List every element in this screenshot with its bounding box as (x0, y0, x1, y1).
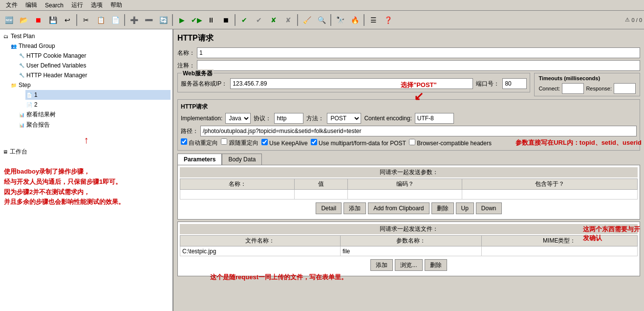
toolbar-add[interactable]: ➕ (127, 13, 141, 27)
params-buttons: Detail 添加 Add from Clipboard 删除 Up Down (180, 200, 638, 217)
toolbar-help[interactable]: ❓ (381, 13, 395, 27)
toolbar-status: ⚠ 0 / 0 (625, 17, 642, 23)
files-section: 同请求一起发送文件： 文件名称： 参数名称： MIME类型： C:\testpi… (177, 222, 640, 276)
variables-icon: 🔧 (18, 62, 25, 69)
testplan-label: Test Plan (11, 33, 35, 40)
tree-item-testplan[interactable]: 🗂 Test Plan (2, 31, 171, 41)
impl-row: Implementation: Java 协议： 方法： POST Conten… (181, 113, 637, 124)
name-input[interactable] (197, 47, 640, 58)
cookie-icon: 🔧 (18, 52, 25, 60)
checkbox-auto-redirect[interactable]: 自动重定向 (181, 138, 218, 147)
add-from-clipboard-button[interactable]: Add from Clipboard (368, 202, 429, 214)
detail-button[interactable]: Detail (316, 202, 342, 214)
server-input[interactable] (230, 78, 473, 89)
item1-icon: 📄 (25, 91, 33, 99)
checkbox-multipart[interactable]: Use multipart/form-data for POST (311, 139, 406, 147)
toolbar-separator-7 (364, 14, 365, 26)
toolbar-new[interactable]: 🆕 (2, 13, 16, 27)
comment-input[interactable] (197, 60, 640, 71)
connect-input[interactable] (562, 83, 584, 94)
name-row: 名称： (177, 47, 640, 58)
checkbox-keepalive[interactable]: Use KeepAlive (261, 139, 308, 147)
left-panel: 🗂 Test Plan 👥 Thread Group 🔧 HTTP Cookie… (0, 29, 173, 311)
toolbar-broom2[interactable]: 🔍 (315, 13, 328, 27)
toolbar-separator-5 (297, 14, 298, 26)
menu-edit[interactable]: 编辑 (21, 0, 41, 10)
file-paramname: file (340, 246, 481, 256)
file-col-mime: MIME类型： (481, 236, 637, 246)
checkbox-browser-compat[interactable]: Browser-compatible headers (409, 139, 492, 147)
toolbar-play[interactable]: ▶ (175, 13, 189, 27)
port-input[interactable] (502, 78, 527, 89)
tree-item-aggregate[interactable]: 📊 聚合报告 (18, 120, 171, 130)
toolbar-cut[interactable]: ✂ (79, 13, 93, 27)
header-icon: 🔧 (18, 71, 25, 79)
delete-button[interactable]: 删除 (431, 202, 454, 214)
toolbar-pause[interactable]: ⏸ (204, 13, 218, 27)
toolbar-check-gray[interactable]: ✔ (252, 13, 266, 27)
files-browse-button[interactable]: 浏览... (395, 259, 422, 271)
toolbar-separator-4 (235, 14, 236, 26)
tree-item-2[interactable]: 📄 2 (25, 100, 171, 110)
tree-item-1[interactable]: 📄 1 (25, 90, 171, 100)
files-delete-button[interactable]: 删除 (425, 259, 447, 271)
params-header: 同请求一起发送参数： (180, 167, 638, 178)
toolbar-play-check[interactable]: ✔▶ (190, 13, 203, 27)
add-button[interactable]: 添加 (343, 202, 366, 214)
name-label: 名称： (177, 49, 195, 57)
toolbar-x-gray[interactable]: ✘ (281, 13, 295, 27)
protocol-input[interactable] (274, 113, 303, 124)
tab-bodydata[interactable]: Body Data (222, 154, 262, 165)
threadgroup-icon: 👥 (10, 42, 18, 50)
tree-item-header[interactable]: 🔧 HTTP Header Manager (18, 70, 171, 80)
item1-label: 1 (34, 91, 38, 98)
toolbar-stop[interactable]: ⏹ (31, 13, 45, 27)
toolbar-list[interactable]: ☰ (366, 13, 380, 27)
menubar: 文件 编辑 Search 运行 选项 帮助 (0, 0, 644, 11)
method-label: 方法： (306, 114, 324, 123)
toolbar-separator-1 (76, 14, 77, 26)
toolbar-x-green[interactable]: ✘ (267, 13, 280, 27)
tree-item-threadgroup[interactable]: 👥 Thread Group (10, 41, 171, 51)
comment-label: 注释： (177, 62, 195, 70)
encoding-input[interactable] (415, 113, 454, 124)
method-select[interactable]: POST (327, 113, 361, 124)
encoding-label: Content encoding: (364, 115, 411, 122)
toolbar-binoculars[interactable]: 🔭 (333, 13, 347, 27)
toolbar-refresh[interactable]: 🔄 (156, 13, 170, 27)
tree-item-variables[interactable]: 🔧 User Defined Variables (18, 61, 171, 70)
tree-item-cookie[interactable]: 🔧 HTTP Cookie Manager (18, 51, 171, 61)
toolbar: 🆕 📂 ⏹ 💾 ↩ ✂ 📋 📄 ➕ ➖ 🔄 ▶ ✔▶ ⏸ ⏹ ✔ ✔ ✘ ✘ 🧹… (0, 11, 644, 29)
tree-item-step[interactable]: 📁 Step (10, 80, 171, 90)
header-label: HTTP Header Manager (26, 72, 87, 79)
toolbar-revert[interactable]: ↩ (61, 13, 74, 27)
menu-file[interactable]: 文件 (2, 0, 21, 10)
toolbar-flame[interactable]: 🔥 (348, 13, 362, 27)
menu-run[interactable]: 运行 (67, 0, 87, 10)
toolbar-open[interactable]: 📂 (17, 13, 30, 27)
tab-parameters[interactable]: Parameters (177, 154, 222, 165)
response-input[interactable] (614, 83, 636, 94)
comment-row: 注释： (177, 60, 640, 71)
menu-options[interactable]: 选项 (87, 0, 107, 10)
toolbar-stop2[interactable]: ⏹ (219, 13, 233, 27)
files-add-button[interactable]: 添加 (370, 259, 393, 271)
toolbar-paste[interactable]: 📄 (108, 13, 122, 27)
menu-help[interactable]: 帮助 (107, 0, 126, 10)
down-button[interactable]: Down (476, 202, 502, 214)
menu-search[interactable]: Search (41, 1, 67, 10)
path-row: 路径： (181, 126, 637, 136)
checkbox-follow-redirect[interactable]: 跟随重定向 (221, 138, 258, 147)
up-button[interactable]: Up (456, 202, 474, 214)
path-input[interactable] (200, 126, 637, 136)
item2-label: 2 (34, 101, 38, 108)
toolbar-copy[interactable]: 📋 (94, 13, 107, 27)
toolbar-broom[interactable]: 🧹 (300, 13, 314, 27)
tree-item-resulttree[interactable]: 📊 察看结果树 (18, 110, 171, 120)
workbench[interactable]: 🖥 工作台 (2, 147, 171, 157)
toolbar-save[interactable]: 💾 (46, 13, 60, 27)
toolbar-remove[interactable]: ➖ (142, 13, 155, 27)
toolbar-check-green[interactable]: ✔ (237, 13, 251, 27)
impl-select[interactable]: Java (225, 113, 251, 124)
col-value: 值 (295, 179, 348, 190)
